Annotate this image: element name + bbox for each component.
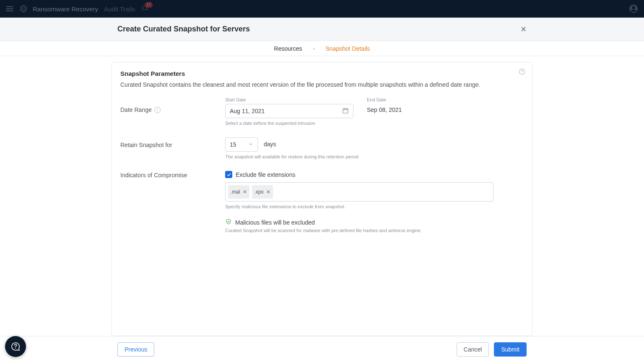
shield-check-icon <box>225 218 232 226</box>
help-icon[interactable] <box>519 68 525 77</box>
wizard-steps: Resources › Snapshot Details <box>0 41 644 56</box>
svg-rect-4 <box>343 109 348 113</box>
modal-title: Create Curated Snapshot for Servers <box>117 25 250 34</box>
date-range-label: Date Range <box>120 106 152 113</box>
panel-title: Snapshot Parameters <box>120 70 524 77</box>
malicious-excluded-text: Malicious files will be excluded <box>235 219 315 226</box>
retain-days-value: 15 <box>230 141 236 148</box>
start-date-value: Aug 11, 2021 <box>230 108 265 114</box>
modal-footer: Previous Cancel Submit <box>0 336 644 362</box>
svg-point-3 <box>522 73 522 73</box>
extension-tag: .mal ✕ <box>228 185 249 199</box>
end-date-label: End Date <box>367 97 402 102</box>
snapshot-parameters-panel: Snapshot Parameters Curated Snapshot con… <box>112 62 532 336</box>
submit-button[interactable]: Submit <box>494 342 527 357</box>
row-date-range: Date Range i Start Date Aug 11, 2021 Sel… <box>120 97 524 126</box>
modal-overlay: Create Curated Snapshot for Servers ✕ Re… <box>0 0 644 362</box>
exclude-extensions-label: Exclude file extensions <box>236 171 295 178</box>
extension-tag: .xpx ✕ <box>252 185 273 199</box>
modal-header: Create Curated Snapshot for Servers ✕ <box>0 18 644 41</box>
extension-tag-label: .xpx <box>254 189 264 195</box>
chevron-right-icon: › <box>313 46 315 52</box>
retain-label: Retain Snapshot for <box>120 142 172 148</box>
start-date-input[interactable]: Aug 11, 2021 <box>225 104 353 118</box>
start-date-hint: Select a date before the suspected intru… <box>225 121 353 126</box>
help-chat-button[interactable] <box>5 336 26 357</box>
chevron-down-icon <box>248 141 253 148</box>
calendar-icon <box>342 107 349 115</box>
modal-content: Snapshot Parameters Curated Snapshot con… <box>0 56 644 336</box>
extensions-hint: Specify malicious file extensions to exc… <box>225 204 524 209</box>
remove-tag-icon[interactable]: ✕ <box>266 189 270 194</box>
info-icon[interactable]: i <box>154 107 161 113</box>
end-date-value: Sep 08, 2021 <box>367 104 402 113</box>
ioc-label: Indicators of Compromise <box>120 172 187 178</box>
wizard-step-resources[interactable]: Resources <box>274 45 302 52</box>
cancel-button[interactable]: Cancel <box>457 342 489 357</box>
close-icon[interactable]: ✕ <box>520 25 527 34</box>
exclude-extensions-checkbox[interactable] <box>225 171 232 178</box>
retain-days-select[interactable]: 15 <box>225 137 258 152</box>
svg-point-5 <box>15 348 16 349</box>
malicious-excluded-hint: Curated Snapshot will be scanned for mal… <box>225 228 524 233</box>
wizard-step-snapshot-details[interactable]: Snapshot Details <box>326 45 370 52</box>
row-ioc: Indicators of Compromise Exclude file ex… <box>120 171 524 233</box>
retain-unit: days <box>264 141 276 147</box>
panel-description: Curated Snapshot contains the cleanest a… <box>120 81 524 88</box>
extension-tag-label: .mal <box>231 189 240 195</box>
extensions-tags-input[interactable]: .mal ✕ .xpx ✕ <box>225 182 493 202</box>
previous-button[interactable]: Previous <box>117 342 154 357</box>
remove-tag-icon[interactable]: ✕ <box>243 189 247 194</box>
start-date-label: Start Date <box>225 97 353 102</box>
retain-hint: The snapshot will available for restore … <box>225 154 524 159</box>
row-retain-snapshot: Retain Snapshot for 15 days The snapshot… <box>120 137 524 159</box>
